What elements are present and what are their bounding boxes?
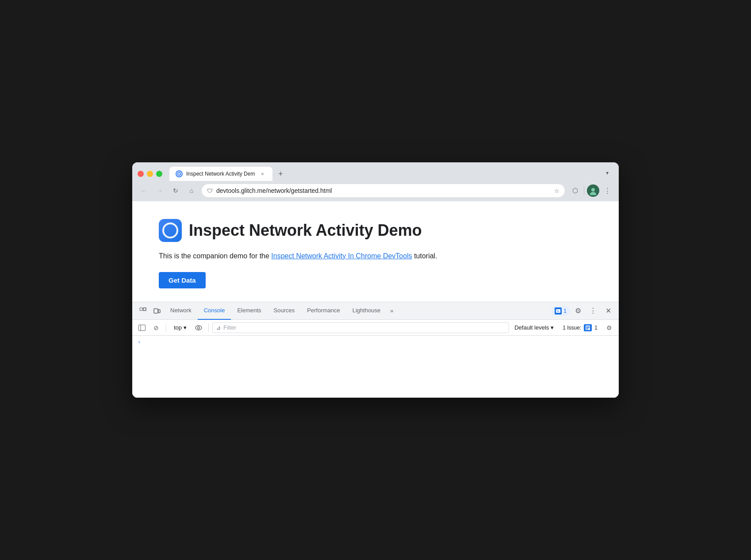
bookmark-icon[interactable]: ☆	[554, 188, 559, 194]
console-issues-badge[interactable]: 1 Issue: 1	[559, 323, 601, 333]
svg-point-3	[590, 192, 596, 195]
devtools-tab-bar: Network Console Elements Sources Perform…	[132, 302, 619, 320]
page-heading: Inspect Network Activity Demo	[159, 219, 592, 242]
svg-point-1	[178, 173, 180, 175]
context-selector[interactable]: top ▾	[170, 322, 191, 333]
levels-label: Default levels	[514, 324, 549, 331]
filter-placeholder: Filter	[223, 324, 236, 331]
devtools-link[interactable]: Inspect Network Activity In Chrome DevTo…	[271, 252, 412, 260]
tab-close-button[interactable]: ×	[258, 170, 266, 178]
console-toolbar: ⊘ top ▾ ⊿ Filter Default levels ▾	[132, 320, 619, 336]
svg-point-13	[195, 326, 202, 330]
levels-chevron-icon: ▾	[551, 324, 554, 331]
minimize-traffic-light[interactable]	[147, 171, 153, 177]
more-tabs-button[interactable]: »	[387, 302, 397, 320]
filter-icon: ⊿	[216, 325, 221, 331]
address-security-icon: 🛡	[207, 188, 213, 194]
address-actions: ⬡ ⋮	[569, 184, 613, 197]
description-suffix: tutorial.	[412, 252, 437, 260]
page-title: Inspect Network Activity Demo	[189, 221, 422, 240]
issues-count: 1	[563, 308, 567, 314]
sidebar-toggle-button[interactable]	[136, 322, 148, 334]
svg-point-2	[591, 188, 595, 192]
svg-rect-7	[158, 310, 160, 313]
eye-icon[interactable]	[192, 322, 205, 334]
get-data-button[interactable]: Get Data	[159, 272, 206, 288]
tab-network[interactable]: Network	[164, 302, 198, 320]
issues-icon	[555, 307, 562, 315]
traffic-lights	[138, 171, 162, 177]
svg-rect-4	[140, 308, 142, 311]
tab-favicon	[176, 170, 183, 177]
devtools-right-actions: 1 ⚙ ⋮ ✕	[551, 304, 615, 318]
maximize-traffic-light[interactable]	[156, 171, 162, 177]
console-issues-count: 1	[594, 325, 598, 331]
new-tab-button[interactable]: +	[274, 168, 287, 180]
devtools-more-icon[interactable]: ⋮	[586, 304, 600, 318]
console-issues-label: 1 Issue:	[563, 325, 581, 331]
address-bar[interactable]: 🛡 devtools.glitch.me/network/getstarted.…	[201, 184, 565, 198]
console-issues-icon	[584, 324, 592, 331]
devtools-inspect-icon[interactable]	[136, 304, 150, 318]
log-levels-selector[interactable]: Default levels ▾	[511, 323, 557, 332]
page-content: Inspect Network Activity Demo This is th…	[132, 201, 619, 302]
browser-window: Inspect Network Activity Dem × + ▾ ← → ↻…	[132, 162, 619, 398]
reload-button[interactable]: ↻	[169, 184, 182, 197]
extension-button[interactable]: ⬡	[569, 184, 581, 197]
tab-console[interactable]: Console	[198, 302, 231, 320]
devtools-panel: Network Console Elements Sources Perform…	[132, 302, 619, 398]
svg-rect-18	[586, 329, 588, 330]
page-description: This is the companion demo for the Inspe…	[159, 251, 592, 261]
chrome-logo	[159, 219, 182, 242]
svg-rect-6	[154, 309, 158, 313]
svg-rect-11	[139, 325, 146, 330]
tab-lighthouse[interactable]: Lighthouse	[346, 302, 387, 320]
separator	[584, 186, 584, 195]
back-button[interactable]: ←	[138, 184, 150, 197]
svg-rect-5	[143, 308, 146, 311]
svg-rect-9	[557, 310, 558, 311]
filter-bar[interactable]: ⊿ Filter	[212, 322, 509, 333]
console-content: ›	[132, 336, 619, 398]
url-text: devtools.glitch.me/network/getstarted.ht…	[216, 187, 551, 194]
profile-button[interactable]	[587, 184, 599, 197]
tab-sources[interactable]: Sources	[268, 302, 301, 320]
tab-elements[interactable]: Elements	[231, 302, 267, 320]
context-label: top	[174, 324, 182, 331]
chrome-logo-inner	[162, 222, 178, 238]
description-prefix: This is the companion demo for the	[159, 252, 271, 260]
issues-badge[interactable]: 1	[551, 306, 570, 316]
forward-button[interactable]: →	[153, 184, 166, 197]
toolbar-divider-2	[208, 323, 209, 332]
svg-rect-10	[557, 311, 559, 311]
console-settings-button[interactable]: ⚙	[603, 322, 615, 334]
active-tab[interactable]: Inspect Network Activity Dem ×	[169, 167, 272, 181]
devtools-settings-icon[interactable]: ⚙	[571, 304, 585, 318]
devtools-device-icon[interactable]	[150, 304, 164, 318]
console-expand-arrow[interactable]: ›	[136, 338, 142, 346]
svg-rect-17	[586, 327, 590, 328]
tab-bar: Inspect Network Activity Dem × + ▾	[169, 167, 613, 181]
close-traffic-light[interactable]	[138, 171, 144, 177]
chevron-down-icon: ▾	[184, 324, 187, 331]
devtools-close-icon[interactable]: ✕	[601, 304, 615, 318]
toolbar-divider	[166, 323, 166, 332]
tab-performance[interactable]: Performance	[301, 302, 346, 320]
home-button[interactable]: ⌂	[185, 184, 198, 197]
address-bar-row: ← → ↻ ⌂ 🛡 devtools.glitch.me/network/get…	[132, 181, 619, 201]
title-bar: Inspect Network Activity Dem × + ▾	[132, 162, 619, 181]
clear-console-button[interactable]: ⊘	[150, 322, 162, 334]
tab-dropdown-button[interactable]: ▾	[601, 167, 613, 179]
chrome-menu-button[interactable]: ⋮	[601, 184, 613, 197]
svg-rect-16	[586, 326, 590, 327]
tab-title: Inspect Network Activity Dem	[186, 171, 255, 177]
svg-point-14	[198, 326, 200, 329]
